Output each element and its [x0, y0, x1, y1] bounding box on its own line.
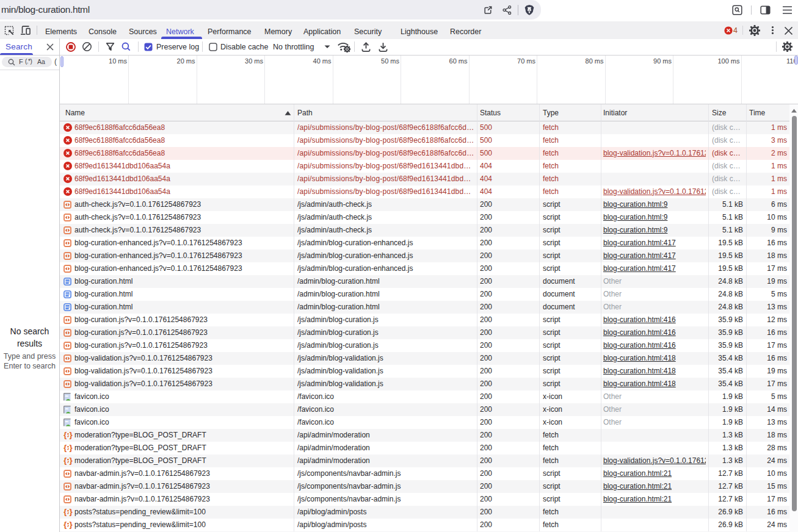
svg-text:{: {: [63, 508, 67, 516]
svg-text:}: }: [69, 444, 73, 452]
svg-text:}: }: [69, 520, 73, 529]
svg-text:{: {: [63, 520, 67, 529]
svg-text:}: }: [69, 456, 73, 465]
svg-text:}: }: [69, 431, 73, 439]
svg-text:{: {: [63, 431, 67, 439]
svg-text:{: {: [63, 444, 67, 452]
svg-text:}: }: [69, 508, 73, 516]
svg-text:{: {: [63, 456, 67, 465]
